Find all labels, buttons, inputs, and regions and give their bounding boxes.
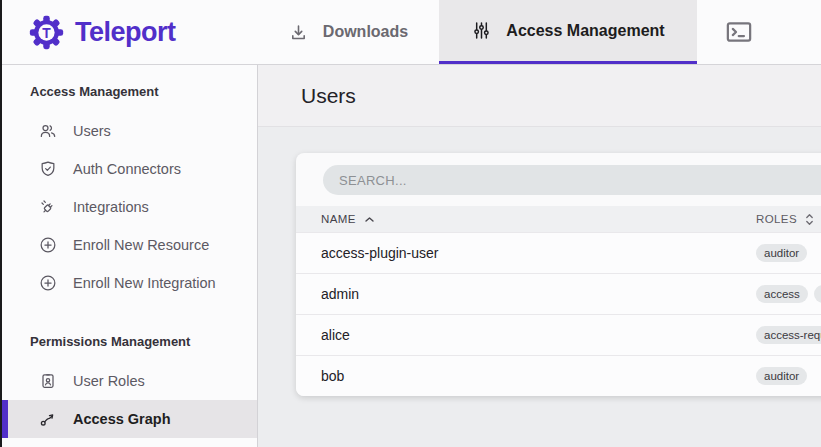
column-header-roles[interactable]: ROLES <box>756 213 821 226</box>
users-icon <box>38 121 58 141</box>
user-name: admin <box>321 286 756 302</box>
sidebar-item-label: Enroll New Integration <box>73 275 216 291</box>
sidebar-item-label: Access Graph <box>73 411 171 427</box>
sidebar: Access Management Users <box>2 65 258 447</box>
tab-access-management-label: Access Management <box>506 22 664 40</box>
search-input[interactable] <box>323 173 821 188</box>
teleport-logo[interactable]: T Teleport <box>2 0 257 64</box>
download-icon <box>288 22 309 43</box>
sidebar-item-label: User Roles <box>73 373 145 389</box>
table-row[interactable]: access-plugin-user auditor <box>296 232 821 273</box>
tab-access-management[interactable]: Access Management <box>439 0 697 64</box>
search-bar <box>323 165 821 195</box>
sidebar-item-access-graph[interactable]: Access Graph <box>2 400 257 438</box>
plus-circle-icon <box>38 235 58 255</box>
table-header: NAME ROLES <box>296 206 821 232</box>
sidebar-item-enroll-new-resource[interactable]: Enroll New Resource <box>2 226 257 264</box>
logo-text: Teleport <box>75 17 176 48</box>
page-title: Users <box>301 84 356 108</box>
sidebar-heading-access-management: Access Management <box>2 84 257 100</box>
sort-asc-icon <box>364 216 375 223</box>
sidebar-item-label: Enroll New Resource <box>73 237 209 253</box>
plus-circle-icon <box>38 273 58 293</box>
terminal-icon[interactable] <box>724 19 754 45</box>
sidebar-heading-permissions-management: Permissions Management <box>2 334 257 350</box>
sliders-icon <box>471 20 492 41</box>
table-row[interactable]: admin access a <box>296 273 821 314</box>
sidebar-item-integrations[interactable]: Integrations <box>2 188 257 226</box>
user-name: bob <box>321 368 756 384</box>
sidebar-item-label: Auth Connectors <box>73 161 181 177</box>
tab-downloads[interactable]: Downloads <box>257 0 439 64</box>
topbar: T Teleport Downloads Acce <box>2 0 821 65</box>
role-badge: auditor <box>756 244 807 262</box>
main-content: Users NAME <box>258 65 821 447</box>
sort-both-icon <box>805 213 814 226</box>
role-badge: a <box>814 285 821 303</box>
teleport-gear-icon: T <box>28 14 65 51</box>
table-row[interactable]: bob auditor <box>296 355 821 396</box>
column-name-label: NAME <box>321 213 356 225</box>
table-row[interactable]: alice access-reque <box>296 314 821 355</box>
sidebar-item-enroll-new-integration[interactable]: Enroll New Integration <box>2 264 257 302</box>
user-name: alice <box>321 327 756 343</box>
role-badge: access-reque <box>756 326 821 344</box>
role-badge: auditor <box>756 367 807 385</box>
user-roles: access-reque <box>756 326 821 344</box>
sidebar-item-label: Integrations <box>73 199 149 215</box>
users-card: NAME ROLES <box>296 153 821 396</box>
svg-text:T: T <box>42 24 51 40</box>
id-badge-icon <box>38 371 58 391</box>
user-roles: auditor <box>756 367 821 385</box>
trend-arrow-icon <box>38 409 58 429</box>
role-badge: access <box>756 285 808 303</box>
user-roles: access a <box>756 285 821 303</box>
sidebar-item-label: Users <box>73 123 111 139</box>
column-roles-label: ROLES <box>756 213 797 225</box>
shield-check-icon <box>38 159 58 179</box>
sidebar-item-auth-connectors[interactable]: Auth Connectors <box>2 150 257 188</box>
app-window: T Teleport Downloads Acce <box>0 0 821 447</box>
sidebar-item-user-roles[interactable]: User Roles <box>2 362 257 400</box>
plug-icon <box>38 197 58 217</box>
tab-downloads-label: Downloads <box>323 23 408 41</box>
user-roles: auditor <box>756 244 821 262</box>
user-name: access-plugin-user <box>321 245 756 261</box>
column-header-name[interactable]: NAME <box>321 213 756 225</box>
page-header: Users <box>258 65 821 127</box>
sidebar-item-users[interactable]: Users <box>2 112 257 150</box>
